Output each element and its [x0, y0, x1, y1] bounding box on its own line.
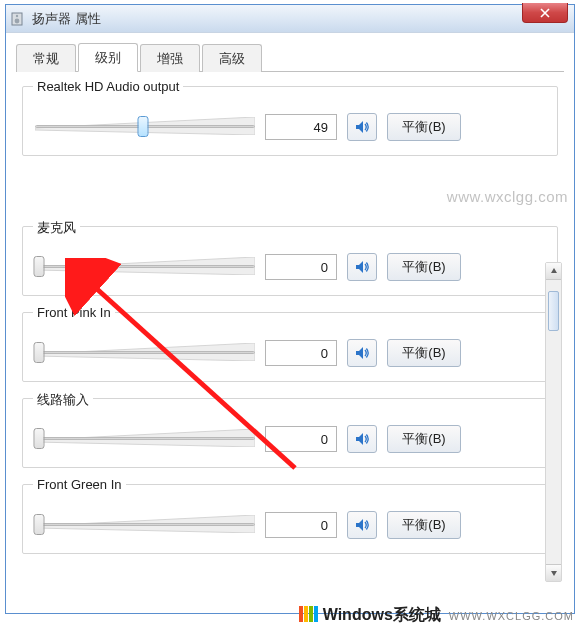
balance-button[interactable]: 平衡(B) [387, 511, 461, 539]
window: 扬声器 属性 常规 级别 增强 高级 Realtek HD Audio outp… [5, 4, 575, 614]
svg-marker-4 [356, 121, 363, 133]
mute-button[interactable] [347, 253, 377, 281]
balance-button[interactable]: 平衡(B) [387, 339, 461, 367]
mute-button[interactable] [347, 339, 377, 367]
volume-value[interactable] [265, 426, 337, 452]
group-legend: Front Green In [33, 477, 126, 492]
mute-button[interactable] [347, 425, 377, 453]
tab-strip: 常规 级别 增强 高级 [16, 43, 564, 72]
slider-thumb[interactable] [34, 428, 45, 449]
group-realtek-output: Realtek HD Audio output 平衡(B) [22, 86, 558, 156]
speaker-icon [10, 11, 26, 27]
svg-marker-6 [356, 261, 363, 273]
slider-thumb[interactable] [34, 256, 45, 277]
close-button[interactable] [522, 3, 568, 23]
slider-thumb[interactable] [137, 116, 148, 137]
tab-levels[interactable]: 级别 [78, 43, 138, 72]
group-front-pink-in: Front Pink In 平衡(B) [22, 312, 558, 382]
slider-thumb[interactable] [34, 514, 45, 535]
group-microphone: 麦克风 平衡(B) [22, 226, 558, 296]
volume-value[interactable] [265, 114, 337, 140]
scroll-area: Realtek HD Audio output 平衡(B) [22, 86, 558, 554]
volume-slider[interactable] [35, 339, 255, 367]
tab-advanced[interactable]: 高级 [202, 44, 262, 72]
mute-button[interactable] [347, 511, 377, 539]
svg-marker-13 [551, 268, 557, 273]
volume-slider[interactable] [35, 113, 255, 141]
volume-slider[interactable] [35, 425, 255, 453]
tab-general[interactable]: 常规 [16, 44, 76, 72]
scrollbar-thumb[interactable] [548, 291, 559, 331]
volume-value[interactable] [265, 340, 337, 366]
scroll-up-arrow[interactable] [546, 263, 561, 280]
svg-marker-12 [356, 519, 363, 531]
group-legend: Front Pink In [33, 305, 115, 320]
svg-marker-10 [356, 433, 363, 445]
balance-button[interactable]: 平衡(B) [387, 253, 461, 281]
scroll-down-arrow[interactable] [546, 564, 561, 581]
mute-button[interactable] [347, 113, 377, 141]
svg-marker-14 [551, 571, 557, 576]
balance-button[interactable]: 平衡(B) [387, 425, 461, 453]
group-line-in: 线路输入 平衡(B) [22, 398, 558, 468]
vertical-scrollbar[interactable] [545, 262, 562, 582]
tab-enhancements[interactable]: 增强 [140, 44, 200, 72]
balance-button[interactable]: 平衡(B) [387, 113, 461, 141]
volume-value[interactable] [265, 254, 337, 280]
svg-point-2 [16, 14, 18, 16]
group-legend: Realtek HD Audio output [33, 79, 183, 94]
svg-marker-8 [356, 347, 363, 359]
titlebar: 扬声器 属性 [6, 5, 574, 33]
svg-point-1 [15, 18, 20, 23]
slider-thumb[interactable] [34, 342, 45, 363]
volume-slider[interactable] [35, 511, 255, 539]
group-legend: 麦克风 [33, 219, 80, 237]
levels-panel: Realtek HD Audio output 平衡(B) [6, 72, 574, 568]
volume-slider[interactable] [35, 253, 255, 281]
group-legend: 线路输入 [33, 391, 93, 409]
volume-value[interactable] [265, 512, 337, 538]
group-front-green-in: Front Green In 平衡(B) [22, 484, 558, 554]
window-title: 扬声器 属性 [32, 10, 101, 28]
